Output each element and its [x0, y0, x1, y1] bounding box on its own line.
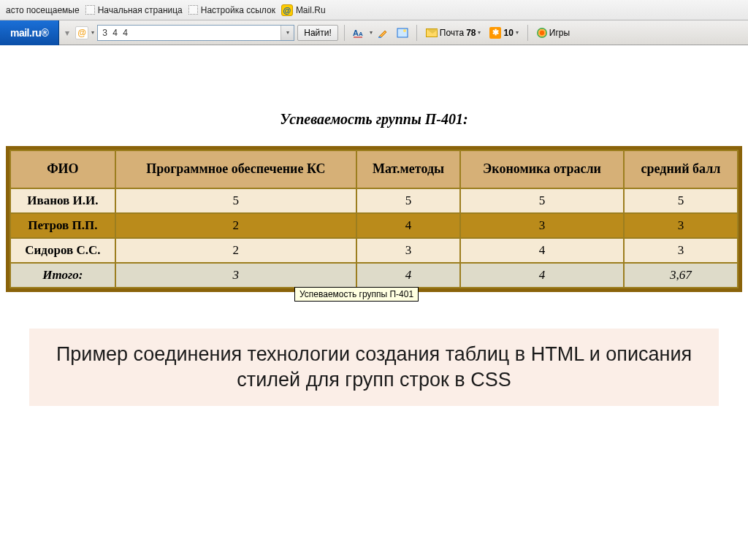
table-cell: 4 — [461, 239, 623, 262]
bookmark-label: Настройка ссылок — [201, 5, 275, 15]
ok-button[interactable]: ✱ 10 ▾ — [486, 25, 521, 41]
page-content: Успеваемость группы П-401: ФИО Программн… — [0, 45, 748, 406]
divider — [344, 25, 345, 41]
total-label: Итого: — [11, 264, 115, 287]
games-icon — [537, 28, 547, 38]
toolbar-divider: ▾ — [62, 28, 72, 38]
total-cell: 3,67 — [625, 264, 737, 287]
tooltip: Успеваемость группы П-401 — [294, 287, 419, 302]
search-value: 3 4 4 — [99, 28, 132, 38]
bookmark-link-settings[interactable]: Настройка ссылок — [188, 5, 275, 15]
mail-label: Почта — [440, 28, 464, 38]
bookmark-mailru[interactable]: @ Mail.Ru — [281, 4, 326, 16]
dropdown-icon[interactable]: ▾ — [91, 29, 94, 36]
highlighter-icon[interactable] — [375, 25, 392, 41]
bookmark-label: Mail.Ru — [296, 5, 326, 15]
table-row: Сидоров С.С.2343 — [11, 239, 737, 262]
dropdown-icon: ▾ — [478, 29, 481, 36]
toolbar: mail.ru® ▾ @ ▾ 3 4 4 ▾ Найти! AA ▾ Почта… — [0, 20, 748, 45]
row-name: Петров П.П. — [11, 214, 115, 237]
odnoklassniki-icon: ✱ — [489, 27, 501, 39]
table-cell: 2 — [116, 214, 356, 237]
dropdown-icon[interactable]: ▾ — [370, 29, 373, 36]
col-average: средний балл — [625, 151, 737, 188]
at-icon[interactable]: @ — [75, 26, 88, 39]
svg-text:A: A — [359, 31, 363, 37]
col-software: Программное обеспечение КС — [116, 151, 356, 188]
screenshot-icon[interactable] — [394, 25, 411, 41]
find-button[interactable]: Найти! — [297, 25, 338, 41]
table-row: Иванов И.И.5555 — [11, 189, 737, 212]
svg-point-4 — [403, 29, 406, 32]
svg-rect-3 — [397, 28, 408, 37]
svg-text:A: A — [353, 28, 359, 37]
row-name: Сидоров С.С. — [11, 239, 115, 262]
total-cell: 4 — [357, 264, 459, 287]
text-size-icon[interactable]: AA — [351, 25, 367, 41]
table-cell: 3 — [625, 214, 737, 237]
bookmark-placeholder-icon — [85, 5, 95, 15]
svg-rect-2 — [378, 37, 381, 38]
mail-button[interactable]: Почта 78 ▾ — [423, 25, 484, 41]
search-input[interactable]: 3 4 4 ▾ — [97, 25, 294, 41]
col-fio: ФИО — [11, 151, 115, 188]
dropdown-icon: ▾ — [516, 29, 519, 36]
table-cell: 3 — [461, 214, 623, 237]
page-title: Успеваемость группы П-401: — [0, 111, 748, 128]
total-cell: 3 — [116, 264, 356, 287]
bookmark-label: асто посещаемые — [6, 5, 80, 15]
mailru-icon: @ — [281, 4, 293, 16]
games-button[interactable]: Игры — [534, 25, 573, 41]
table-header-row: ФИО Программное обеспечение КС Мат.метод… — [11, 151, 737, 188]
total-cell: 4 — [461, 264, 623, 287]
table-cell: 3 — [625, 239, 737, 262]
table-cell: 5 — [116, 189, 356, 212]
search-dropdown-icon[interactable]: ▾ — [280, 26, 294, 40]
table-row: Петров П.П.2433 — [11, 214, 737, 237]
bookmark-freq-visited[interactable]: асто посещаемые — [6, 5, 80, 15]
table-cell: 5 — [625, 189, 737, 212]
bookmarks-bar: асто посещаемые Начальная страница Настр… — [0, 0, 748, 20]
divider — [416, 25, 417, 41]
table-cell: 3 — [357, 239, 459, 262]
row-name: Иванов И.И. — [11, 189, 115, 212]
table-cell: 5 — [461, 189, 623, 212]
table-total-row: Итого: 3 4 4 3,67 — [11, 264, 737, 287]
col-math: Мат.методы — [357, 151, 459, 188]
table-cell: 2 — [116, 239, 356, 262]
games-label: Игры — [549, 28, 570, 38]
grades-table: ФИО Программное обеспечение КС Мат.метод… — [6, 146, 742, 292]
mail-icon — [426, 28, 438, 37]
ok-count: 10 — [503, 28, 513, 38]
table-cell: 4 — [357, 214, 459, 237]
bookmark-label: Начальная страница — [98, 5, 183, 15]
table-cell: 5 — [357, 189, 459, 212]
caption: Пример соединения технологии создания та… — [29, 329, 719, 406]
bookmark-start-page[interactable]: Начальная страница — [85, 5, 183, 15]
divider — [527, 25, 528, 41]
col-economics: Экономика отрасли — [461, 151, 623, 188]
bookmark-placeholder-icon — [188, 5, 198, 15]
mail-count: 78 — [466, 28, 476, 38]
mailru-logo[interactable]: mail.ru® — [0, 20, 59, 45]
